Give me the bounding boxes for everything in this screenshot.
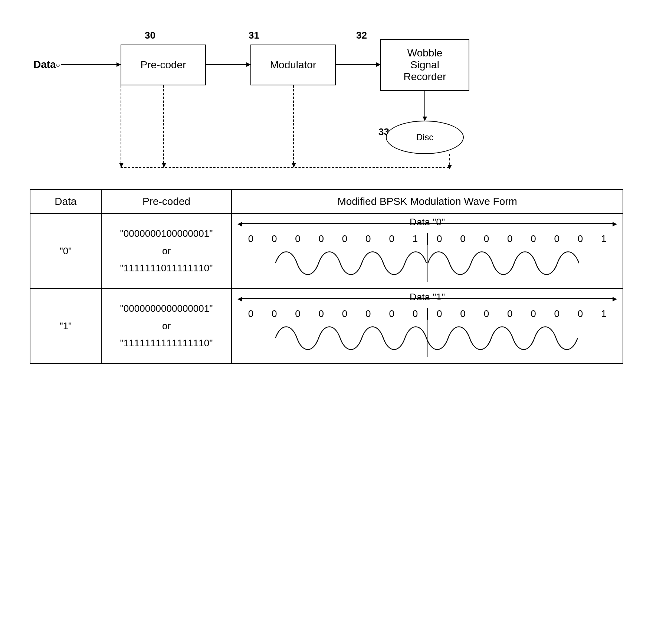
data-value-1: "1" — [30, 288, 101, 363]
arrow-left-1 — [237, 292, 242, 304]
dashed-disc-down — [449, 154, 450, 169]
precoder-box: Pre-coder — [121, 45, 206, 85]
table-row: "1" "0000000000000001" or "1111111111111… — [30, 288, 623, 363]
dashed-precoder-down — [163, 85, 164, 167]
label-30: 30 — [145, 30, 155, 41]
header-waveform: Modified BPSK Modulation Wave Form — [232, 190, 623, 213]
precoded-1: "0000000000000001" or "1111111111111110" — [101, 288, 232, 363]
waveform-1: Data "1" 00000000 00000001 — [232, 288, 623, 363]
block-diagram: 30 31 32 33 Data ○ Pre-coder Modulator W… — [30, 22, 623, 186]
waveform-label-0: Data "0" — [410, 216, 445, 228]
waveform-table: Data Pre-coded Modified BPSK Modulation … — [30, 189, 623, 364]
arrow-modulator-to-wobble — [336, 64, 380, 65]
arrow-precoder-to-modulator — [206, 64, 250, 65]
arrow-left-0 — [237, 218, 242, 229]
arrow-body-1: Data "1" — [242, 298, 613, 299]
waveform-label-1: Data "1" — [410, 291, 445, 303]
waveform-0: Data "0" 00000001 00000001 — [232, 213, 623, 288]
data-input-label: Data — [33, 59, 56, 71]
arrow-body-0: Data "0" — [242, 223, 613, 224]
dashed-data-down — [121, 85, 121, 167]
arrow-right-1 — [613, 292, 617, 304]
table-row: "0" "0000000100000001" or "1111111011111… — [30, 213, 623, 288]
arrow-wobble-to-disc — [424, 91, 425, 121]
arrow-data-to-precoder — [61, 64, 121, 65]
waveform-svg-0 — [237, 245, 617, 282]
disc-ellipse: Disc — [386, 121, 464, 154]
data-value-0: "0" — [30, 213, 101, 288]
label-32: 32 — [356, 30, 367, 41]
waveform-svg-1 — [237, 320, 617, 357]
data-input-circle: ○ — [56, 61, 60, 69]
dashed-modulator-down — [293, 85, 294, 167]
header-data: Data — [30, 190, 101, 213]
diagram-area: 30 31 32 33 Data ○ Pre-coder Modulator W… — [15, 15, 638, 371]
header-precoded: Pre-coded — [101, 190, 232, 213]
dashed-h-bottom — [121, 167, 449, 168]
wobble-box: Wobble Signal Recorder — [380, 39, 469, 91]
precoded-0: "0000000100000001" or "1111111011111110" — [101, 213, 232, 288]
modulator-box: Modulator — [250, 45, 336, 85]
label-31: 31 — [249, 30, 259, 41]
arrow-right-0 — [613, 218, 617, 229]
